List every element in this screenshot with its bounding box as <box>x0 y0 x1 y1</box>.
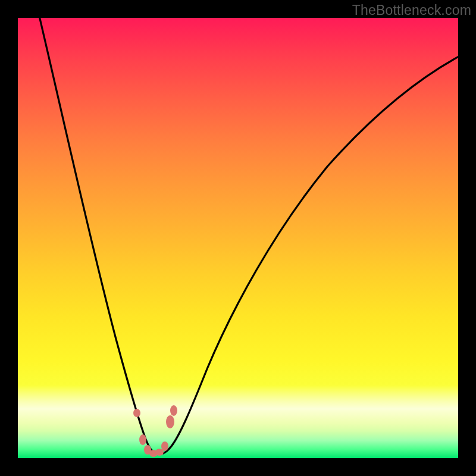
svg-point-1 <box>139 434 146 445</box>
bottleneck-curve-path <box>37 18 458 454</box>
svg-point-7 <box>170 405 177 416</box>
chart-plot-area <box>18 18 458 458</box>
svg-point-6 <box>166 415 174 428</box>
curve-markers <box>133 405 177 457</box>
svg-point-5 <box>161 441 168 451</box>
svg-point-0 <box>133 409 140 417</box>
watermark-text: TheBottleneck.com <box>352 2 471 18</box>
curve-layer <box>18 18 458 458</box>
